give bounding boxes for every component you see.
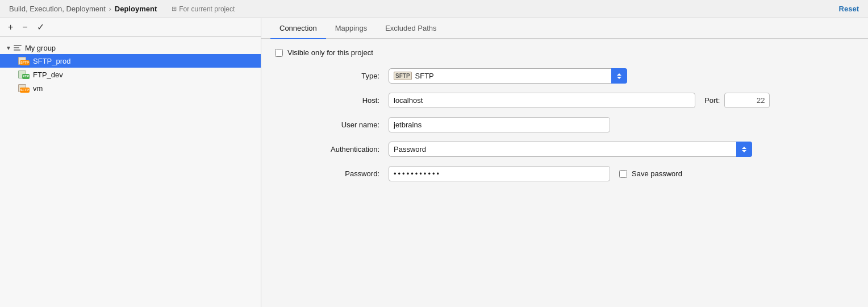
sidebar-toolbar: + − ✓ [0,18,261,37]
type-select[interactable]: SFTP SFTP [389,68,627,84]
auth-arrow-up-icon [742,147,746,149]
add-server-button[interactable]: + [6,22,15,33]
tree-group-mygroup: ▼ My group SFTP [0,39,261,97]
visible-only-checkbox[interactable] [275,49,283,57]
port-label: Port: [704,96,720,105]
username-label: User name: [275,121,389,129]
sftp-prod-label: SFTP_prod [33,57,70,65]
host-input[interactable] [389,93,695,108]
auth-value: Password [394,145,426,154]
tree-group-label: My group [25,44,56,52]
password-label: Password: [275,169,389,178]
tree-group-header[interactable]: ▼ My group [0,42,261,54]
header: Build, Execution, Deployment › Deploymen… [0,0,868,18]
connection-form: Visible only for this project Type: SFTP… [261,39,868,307]
project-icon: ⊞ [172,5,177,13]
breadcrumb-current: Deployment [115,5,157,13]
tree-item-sftp-prod[interactable]: SFTP SFTP_prod [0,54,261,68]
username-input[interactable] [389,117,610,132]
breadcrumb-separator: › [109,5,111,13]
tab-connection[interactable]: Connection [270,18,326,39]
sftp-type-icon: SFTP [394,72,412,80]
port-group: Port: [704,93,770,108]
type-value: SFTP [415,72,434,80]
group-icon [14,43,23,52]
vm-icon: SFTP [18,84,30,93]
tree-expand-arrow: ▼ [6,45,11,51]
breadcrumb-parent: Build, Execution, Deployment [9,5,106,13]
remove-server-button[interactable]: − [20,22,30,33]
password-input[interactable] [389,166,610,181]
type-select-wrapper: SFTP SFTP [389,68,627,84]
auth-label: Authentication: [275,145,389,154]
type-dropdown-button[interactable] [611,68,627,84]
save-password-group: Save password [619,169,682,178]
visible-only-row: Visible only for this project [275,48,854,57]
username-row: User name: [275,117,854,132]
type-label: Type: [275,72,389,80]
breadcrumb-project: ⊞ For current project [172,5,235,13]
save-password-label: Save password [632,169,682,178]
breadcrumb: Build, Execution, Deployment › Deploymen… [9,5,235,13]
sidebar: + − ✓ ▼ My group [0,18,261,307]
sftp-prod-icon: SFTP [18,56,30,65]
tab-mappings[interactable]: Mappings [326,18,376,39]
vm-label: vm [33,84,43,93]
auth-select[interactable]: Password [389,142,752,157]
ftp-dev-label: FTP_dev [33,70,63,79]
main-layout: + − ✓ ▼ My group [0,18,868,307]
confirm-button[interactable]: ✓ [35,22,47,33]
save-password-checkbox[interactable] [619,170,627,178]
tree-item-ftp-dev[interactable]: FTP FTP_dev [0,68,261,81]
auth-select-wrapper: Password [389,142,752,157]
auth-arrow-down-icon [742,150,746,152]
tree-item-vm[interactable]: SFTP vm [0,81,261,95]
type-row: Type: SFTP SFTP [275,68,854,84]
ftp-dev-icon: FTP [18,70,30,79]
tabs-bar: Connection Mappings Excluded Paths [261,18,868,39]
arrow-up-icon [617,73,621,76]
port-input[interactable] [724,93,770,108]
host-label: Host: [275,96,389,105]
tab-excluded-paths[interactable]: Excluded Paths [376,18,445,39]
sidebar-tree: ▼ My group SFTP [0,37,261,307]
breadcrumb-project-label: For current project [179,5,235,13]
password-row: Password: Save password [275,166,854,181]
host-row: Host: Port: [275,93,854,108]
auth-row: Authentication: Password [275,142,854,157]
visible-only-label: Visible only for this project [287,48,373,57]
auth-dropdown-button[interactable] [736,142,752,157]
reset-button[interactable]: Reset [839,5,859,13]
content-panel: Connection Mappings Excluded Paths Visib… [261,18,868,307]
arrow-down-icon [617,77,621,79]
